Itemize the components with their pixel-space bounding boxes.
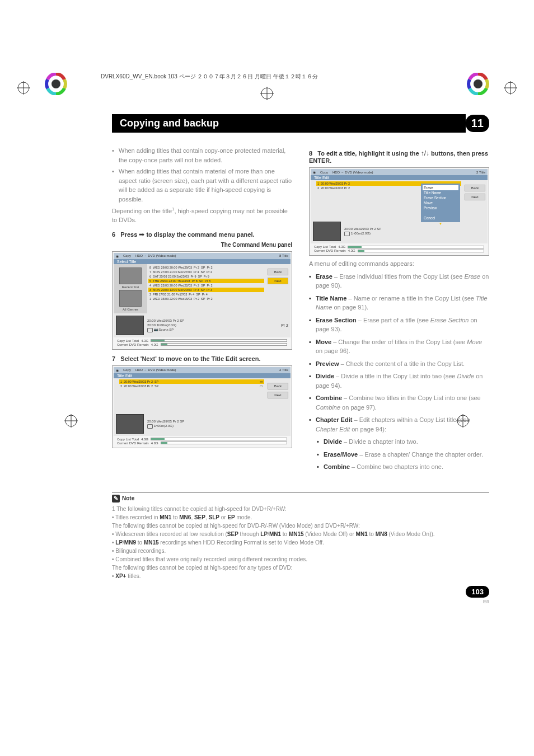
feature-erase-section: Erase Section – Erase part of a title (s…	[316, 316, 489, 334]
note-icon: ✎	[112, 495, 120, 503]
edit-command-menu[interactable]: Erase Title Name Erase Section Move Prev…	[421, 184, 460, 222]
preview-thumbnail	[313, 222, 341, 241]
crop-mark-icon	[260, 87, 274, 100]
ss-disc-icon: ◉	[116, 254, 119, 258]
chapter-title: Copying and backup	[112, 114, 466, 133]
depend-text: Depending on the title1, high-speed copy…	[112, 206, 292, 225]
right-arrow-icon: ➡	[139, 231, 144, 238]
crop-mark-icon	[17, 81, 30, 95]
command-menu-panel-label: The Command Menu panel	[112, 242, 292, 248]
feature-divide: Divide – Divide a title in the Copy List…	[316, 372, 489, 390]
svg-point-25	[51, 79, 60, 88]
step-7: 7 Select 'Next' to move on to the Title …	[112, 355, 292, 362]
screenshot-edit-menu: ◉ Copy HDD → DVD (Video mode) 2 Title Ti…	[309, 167, 489, 256]
genre-icon: 📷	[154, 328, 158, 331]
page-language: En	[466, 599, 489, 604]
hdd-icon	[147, 328, 153, 332]
step-6: 6 Press ➡ to display the command menu pa…	[112, 231, 292, 238]
next-button[interactable]: Next	[268, 278, 288, 284]
hdd-icon: ▭	[260, 384, 263, 388]
back-button[interactable]: Back	[268, 383, 288, 389]
note-body: 1 The following titles cannot be copied …	[112, 505, 489, 580]
note-section: ✎ Note 1 The following titles cannot be …	[112, 492, 489, 604]
preview-thumbnail	[116, 316, 144, 335]
svg-point-27	[474, 79, 483, 88]
up-down-arrow-icon: ↑/↓	[421, 149, 429, 157]
right-column: 8 To edit a title, highlight it using th…	[309, 144, 489, 475]
book-header-line: DVRLX60D_WV_EN.book 103 ページ ２００７年３月２６日 月…	[101, 73, 489, 81]
hdd-icon: ▭	[260, 380, 263, 383]
sub-divide: Divide – Divide a chapter into two.	[324, 437, 489, 447]
thumbnail-icon	[119, 267, 142, 284]
feature-title-name: Title Name – Name or rename a title in t…	[316, 294, 489, 312]
color-registration-icon	[45, 73, 67, 95]
screenshot-title-edit: ◉ Copy HDD → DVD (Video mode) 2 Title Ti…	[112, 365, 292, 448]
crop-mark-icon	[64, 414, 78, 428]
crop-mark-icon	[504, 81, 517, 95]
chapter-number: 11	[466, 115, 489, 132]
feature-erase: Erase – Erase individual titles from the…	[316, 272, 489, 290]
chapter-title-bar: Copying and backup 11	[112, 114, 489, 133]
sub-combine: Combine – Combine two chapters into one.	[324, 462, 489, 472]
sub-erase-move: Erase/Move – Erase a chapter/ Change the…	[324, 450, 489, 459]
back-button[interactable]: Back	[465, 185, 485, 191]
ss-disc-icon: ◉	[313, 170, 316, 174]
menu-intro-text: A menu of editing commands appears:	[309, 259, 489, 269]
hdd-icon	[344, 232, 350, 236]
next-button[interactable]: Next	[465, 194, 485, 200]
bullet-aspect-ratio: When adding titles that contain material…	[119, 167, 292, 204]
hdd-icon	[147, 424, 153, 429]
feature-move: Move – Change the order of titles in the…	[316, 337, 489, 356]
preview-thumbnail	[116, 414, 144, 434]
page-number: 103	[466, 586, 489, 598]
feature-chapter-edit: Chapter Edit – Edit chapters within a Co…	[316, 415, 489, 472]
color-registration-icon	[467, 73, 489, 95]
down-arrow-icon: ▼	[421, 222, 460, 226]
screenshot-select-title: ◉ Copy HDD → DVD (Video mode) 8 Title Se…	[112, 251, 292, 350]
bullet-copy-once: When adding titles that contain copy-onc…	[119, 146, 292, 165]
feature-preview: Preview – Check the content of a title i…	[316, 359, 489, 369]
step-8: 8 To edit a title, highlight it using th…	[309, 149, 489, 164]
left-column: When adding titles that contain copy-onc…	[112, 144, 292, 475]
back-button[interactable]: Back	[268, 269, 288, 275]
feature-combine: Combine – Combine two titles in the Copy…	[316, 393, 489, 412]
next-button[interactable]: Next	[268, 392, 288, 398]
ss-disc-icon: ◉	[116, 368, 119, 372]
thumbnail-icon	[119, 290, 142, 307]
page-number-box: 103 En	[466, 586, 489, 604]
